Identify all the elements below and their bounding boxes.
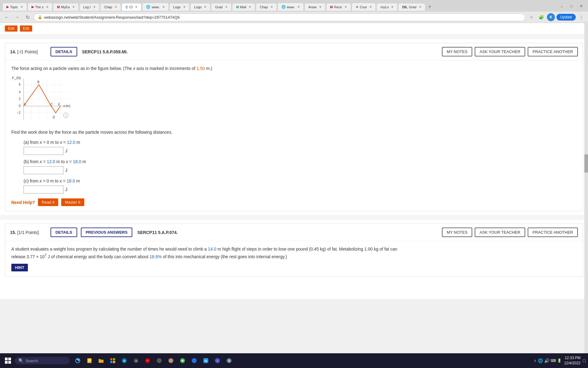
force-graph: F x (N): [11, 75, 73, 125]
spacer-2: [0, 215, 588, 220]
svg-text:i: i: [66, 114, 66, 117]
question-15-container: 15. [1/1 Points] DETAILS PREVIOUS ANSWER…: [5, 224, 583, 277]
extension-icon[interactable]: 🧩: [537, 13, 545, 21]
part-b-label: (b) from x = 12.0 m to x = 18.0 m: [24, 159, 577, 165]
maximize-window-button[interactable]: □: [567, 2, 576, 10]
tab-close-icon[interactable]: ✕: [183, 5, 186, 9]
part-c-input[interactable]: [24, 186, 63, 194]
part-b-unit: J: [65, 168, 67, 173]
tab-grad1[interactable]: Grad ✕: [211, 3, 231, 11]
scrollbar-thumb[interactable]: [584, 154, 588, 173]
hint-row: HINT: [11, 264, 577, 271]
read-it-button[interactable]: Read It: [38, 198, 58, 206]
svg-text:(N): (N): [16, 76, 21, 80]
edit-button-1[interactable]: Edit: [5, 25, 17, 32]
forward-button[interactable]: →: [13, 13, 21, 21]
tab-close-icon[interactable]: ✕: [115, 5, 117, 9]
tab-close-icon[interactable]: ✕: [72, 5, 75, 9]
tab-bar: ▶ Topic ✕ ▶ The s ✕ M MyEa ✕ Log I ✕ Cha…: [0, 0, 588, 12]
part-a-group: (a) from x = 0 m to x = 12.0 m J: [24, 139, 577, 155]
tab-close-icon[interactable]: ✕: [297, 5, 300, 9]
address-bar[interactable]: 🔒 webassign.net/web/Student/Assignment-R…: [34, 13, 525, 21]
browser-chrome: ▶ Topic ✕ ▶ The s ✕ M MyEa ✕ Log I ✕ Cha…: [0, 0, 588, 23]
tab-the-s[interactable]: ▶ The s ✕: [28, 3, 53, 11]
question-15-number: 15. [1/1 Points]: [10, 230, 47, 235]
profile-icon[interactable]: K: [547, 13, 555, 21]
tab-logo2[interactable]: Logo ✕: [190, 3, 210, 11]
minimize-window-button[interactable]: ⌄: [557, 2, 566, 10]
question-15-practice-another-button[interactable]: PRACTICE ANOTHER: [528, 228, 578, 237]
tab-myea[interactable]: M MyEa ✕: [53, 3, 78, 11]
part-a-label: (a) from x = 0 m to x = 12.0 m: [24, 139, 577, 146]
find-work-text: Find the work done by the force as the p…: [11, 129, 577, 136]
graph-area: F x (N): [11, 75, 577, 125]
tab-mylo[interactable]: myLo ✕: [376, 3, 398, 11]
hint-button[interactable]: HINT: [11, 264, 28, 271]
question-14-ask-teacher-button[interactable]: ASK YOUR TEACHER: [475, 47, 525, 56]
tab-close-icon[interactable]: ✕: [319, 5, 322, 9]
tab-chap2[interactable]: Chap ✕: [256, 3, 277, 11]
svg-text:6: 6: [19, 83, 21, 86]
tab-close-icon[interactable]: ✕: [249, 5, 251, 9]
question-14-practice-another-button[interactable]: PRACTICE ANOTHER: [528, 47, 578, 56]
refresh-button[interactable]: ↻: [23, 13, 32, 21]
tab-close-icon[interactable]: ✕: [21, 5, 23, 9]
question-14-container: 14. [-/1 Points] DETAILS SERCP11 5.8.P.0…: [5, 43, 583, 211]
tab-chap1[interactable]: Chap ✕: [100, 3, 121, 11]
edit-button-2[interactable]: Edit: [20, 25, 32, 32]
tab-close-icon[interactable]: ✕: [162, 5, 165, 9]
tab-close-icon[interactable]: ✕: [135, 5, 138, 9]
close-window-button[interactable]: ✕: [577, 2, 586, 10]
part-c-unit: J: [65, 187, 67, 192]
tab-logo1[interactable]: Logo ✕: [169, 3, 190, 11]
tab-close-icon[interactable]: ✕: [345, 5, 347, 9]
svg-text:D: D: [53, 116, 55, 119]
question-14-header: 14. [-/1 Points] DETAILS SERCP11 5.8.P.0…: [5, 43, 583, 60]
tab-close-icon[interactable]: ✕: [270, 5, 273, 9]
tab-grad2[interactable]: DIL Grad ✕: [398, 3, 425, 11]
back-button[interactable]: ←: [2, 13, 11, 21]
tab-www2[interactable]: 🌐 www. ✕: [277, 3, 304, 11]
bookmark-icon[interactable]: ☆: [527, 13, 536, 21]
part-c-group: (c) from x = 0 m to x = 18.0 m J: [24, 178, 577, 194]
update-button[interactable]: Update: [556, 14, 576, 21]
need-help-label: Need Help?: [11, 200, 35, 205]
new-tab-button[interactable]: +: [426, 3, 434, 11]
question-14-body: The force acting on a particle varies as…: [5, 60, 583, 211]
tab-close-icon[interactable]: ✕: [46, 5, 48, 9]
question-15-details-button[interactable]: DETAILS: [51, 228, 77, 237]
tab-topic[interactable]: ▶ Topic ✕: [2, 3, 27, 11]
part-a-input[interactable]: [24, 147, 63, 155]
tab-mail[interactable]: M Mail ✕: [232, 3, 255, 11]
question-15-header-right: MY NOTES ASK YOUR TEACHER PRACTICE ANOTH…: [442, 228, 578, 237]
tab-close-icon[interactable]: ✕: [369, 5, 372, 9]
master-it-button[interactable]: Master It: [61, 198, 84, 206]
tab-close-icon[interactable]: ✕: [419, 5, 421, 9]
question-14-details-button[interactable]: DETAILS: [51, 47, 77, 56]
svg-text:E: E: [58, 103, 60, 106]
tab-ci-active[interactable]: C CI ✕: [122, 3, 141, 11]
navigation-row: ← → ↻ 🔒 webassign.net/web/Student/Assign…: [0, 12, 588, 23]
svg-text:x: x: [14, 78, 16, 81]
question-15-prev-answers-button[interactable]: PREVIOUS ANSWERS: [81, 228, 133, 237]
svg-text:B: B: [37, 80, 40, 84]
tab-close-icon[interactable]: ✕: [391, 5, 394, 9]
question-15-points: [1/1 Points]: [17, 230, 39, 235]
tab-close-icon[interactable]: ✕: [225, 5, 228, 9]
part-a-unit: J: [65, 148, 67, 153]
part-b-input[interactable]: [24, 166, 63, 174]
question-15-my-notes-button[interactable]: MY NOTES: [442, 228, 473, 237]
tab-answ[interactable]: Answ ✕: [304, 3, 326, 11]
tab-www1[interactable]: 🌐 www. ✕: [142, 3, 168, 11]
question-15-ask-teacher-button[interactable]: ASK YOUR TEACHER: [475, 228, 525, 237]
tab-rece[interactable]: M Rece ✕: [326, 3, 351, 11]
tab-close-icon[interactable]: ✕: [204, 5, 206, 9]
tab-log[interactable]: Log I ✕: [79, 3, 100, 11]
part-c-input-row: J: [24, 186, 577, 194]
part-a-input-row: J: [24, 147, 577, 155]
question-14-my-notes-button[interactable]: MY NOTES: [442, 47, 473, 56]
tab-close-icon[interactable]: ✕: [93, 5, 96, 9]
question-14-points: [-/1 Points]: [17, 49, 38, 54]
tab-cour[interactable]: ★ Cour ✕: [352, 3, 376, 11]
more-options-icon[interactable]: ⋮: [577, 13, 586, 21]
